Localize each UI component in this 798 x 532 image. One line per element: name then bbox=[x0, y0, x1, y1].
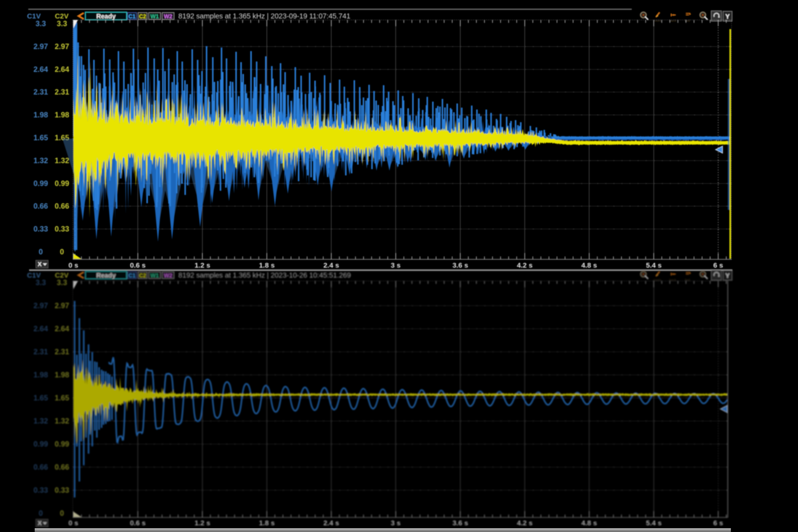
svg-text:Y: Y bbox=[725, 272, 729, 279]
svg-text:0.33: 0.33 bbox=[55, 486, 69, 494]
svg-text:2.64: 2.64 bbox=[55, 324, 69, 333]
svg-text:0.66: 0.66 bbox=[34, 202, 48, 210]
svg-text:C1V: C1V bbox=[27, 271, 41, 279]
svg-text:4.2 s: 4.2 s bbox=[517, 519, 533, 527]
svg-text:Y: Y bbox=[725, 13, 729, 20]
svg-text:3.3: 3.3 bbox=[57, 19, 67, 28]
svg-text:1.2 s: 1.2 s bbox=[194, 519, 210, 527]
svg-text:2.31: 2.31 bbox=[55, 88, 69, 96]
svg-text:2.4 s: 2.4 s bbox=[323, 261, 339, 269]
svg-text:1.98: 1.98 bbox=[55, 111, 69, 119]
svg-text:C2V: C2V bbox=[55, 271, 69, 279]
svg-text:W2: W2 bbox=[164, 272, 172, 279]
svg-text:X: X bbox=[38, 261, 42, 267]
svg-text:0.99: 0.99 bbox=[55, 179, 69, 188]
svg-text:C1: C1 bbox=[129, 272, 136, 279]
svg-text:3.6 s: 3.6 s bbox=[452, 261, 468, 269]
svg-text:6 s: 6 s bbox=[713, 519, 723, 527]
svg-text:6 s: 6 s bbox=[713, 261, 723, 269]
svg-text:0.99: 0.99 bbox=[34, 179, 48, 188]
svg-text:2.97: 2.97 bbox=[55, 301, 69, 310]
svg-text:3.6 s: 3.6 s bbox=[452, 519, 468, 527]
svg-text:C2: C2 bbox=[139, 13, 146, 20]
svg-text:3.3: 3.3 bbox=[36, 19, 46, 28]
svg-text:0.66: 0.66 bbox=[34, 463, 48, 471]
svg-text:W1: W1 bbox=[150, 13, 159, 20]
svg-text:8192 samples at 1.365 kHz | 20: 8192 samples at 1.365 kHz | 2023-09-19 1… bbox=[178, 12, 350, 20]
svg-text:4.8 s: 4.8 s bbox=[581, 261, 597, 269]
svg-text:zoom: zoom bbox=[653, 19, 661, 22]
svg-text:0: 0 bbox=[60, 247, 64, 256]
svg-text:C1: C1 bbox=[129, 13, 136, 20]
svg-text:0: 0 bbox=[39, 509, 43, 517]
svg-text:1.2 s: 1.2 s bbox=[194, 261, 210, 269]
svg-text:5.4 s: 5.4 s bbox=[646, 519, 662, 527]
svg-text:C2V: C2V bbox=[55, 12, 69, 20]
svg-text:2.31: 2.31 bbox=[34, 88, 48, 96]
svg-text:2.31: 2.31 bbox=[34, 347, 48, 356]
svg-text:1.65: 1.65 bbox=[55, 394, 69, 402]
svg-text:2.4 s: 2.4 s bbox=[323, 519, 339, 527]
svg-text:0.33: 0.33 bbox=[34, 486, 48, 494]
svg-text:5.4 s: 5.4 s bbox=[646, 261, 662, 269]
svg-text:8192 samples at 1.365 kHz | 20: 8192 samples at 1.365 kHz | 2023-10-26 1… bbox=[178, 271, 351, 279]
svg-text:4.8 s: 4.8 s bbox=[581, 519, 597, 527]
svg-text:1.32: 1.32 bbox=[34, 156, 48, 165]
svg-text:4.2 s: 4.2 s bbox=[517, 261, 533, 269]
svg-text:1.32: 1.32 bbox=[55, 417, 69, 425]
svg-text:0.99: 0.99 bbox=[55, 440, 69, 448]
svg-text:0.6 s: 0.6 s bbox=[130, 261, 146, 269]
svg-text:2.31: 2.31 bbox=[55, 347, 69, 356]
svg-text:2.64: 2.64 bbox=[34, 65, 48, 74]
svg-text:0 s: 0 s bbox=[69, 261, 78, 269]
svg-text:1.8 s: 1.8 s bbox=[259, 261, 275, 269]
svg-text:Ready: Ready bbox=[96, 13, 116, 20]
svg-text:1.65: 1.65 bbox=[34, 133, 48, 142]
svg-text:1.98: 1.98 bbox=[34, 370, 48, 379]
svg-text:2.64: 2.64 bbox=[34, 324, 48, 333]
svg-text:0.6 s: 0.6 s bbox=[130, 519, 146, 527]
svg-text:fwd: fwd bbox=[685, 19, 690, 22]
svg-text:0.33: 0.33 bbox=[34, 225, 48, 233]
svg-text:2.97: 2.97 bbox=[55, 42, 69, 51]
svg-text:2.97: 2.97 bbox=[34, 42, 48, 51]
svg-text:C1V: C1V bbox=[27, 12, 41, 20]
svg-text:3.3: 3.3 bbox=[57, 278, 67, 287]
svg-text:1.8 s: 1.8 s bbox=[259, 519, 275, 527]
svg-text:1.98: 1.98 bbox=[34, 111, 48, 119]
svg-text:1.32: 1.32 bbox=[55, 156, 69, 165]
svg-text:0.66: 0.66 bbox=[55, 463, 69, 471]
svg-text:3.3: 3.3 bbox=[36, 278, 46, 287]
svg-text:0.33: 0.33 bbox=[55, 225, 69, 233]
svg-text:zoom: zoom bbox=[653, 278, 661, 282]
svg-text:1.65: 1.65 bbox=[34, 394, 48, 402]
svg-text:C2: C2 bbox=[139, 272, 146, 279]
svg-text:0.99: 0.99 bbox=[34, 440, 48, 448]
svg-text:0.66: 0.66 bbox=[55, 202, 69, 210]
svg-text:0: 0 bbox=[60, 509, 64, 517]
svg-text:0: 0 bbox=[39, 247, 43, 256]
svg-text:1.98: 1.98 bbox=[55, 370, 69, 379]
svg-text:3 s: 3 s bbox=[391, 519, 400, 527]
svg-text:W1: W1 bbox=[150, 272, 159, 279]
svg-text:Ready: Ready bbox=[96, 272, 116, 279]
svg-text:3 s: 3 s bbox=[391, 261, 400, 269]
svg-text:2.64: 2.64 bbox=[55, 65, 69, 74]
svg-text:back: back bbox=[669, 19, 677, 22]
svg-text:1.32: 1.32 bbox=[34, 417, 48, 425]
svg-text:0 s: 0 s bbox=[69, 519, 78, 527]
svg-text:2.97: 2.97 bbox=[34, 301, 48, 310]
svg-text:W2: W2 bbox=[164, 13, 172, 20]
svg-text:fwd: fwd bbox=[685, 278, 690, 282]
svg-text:X: X bbox=[38, 520, 42, 526]
